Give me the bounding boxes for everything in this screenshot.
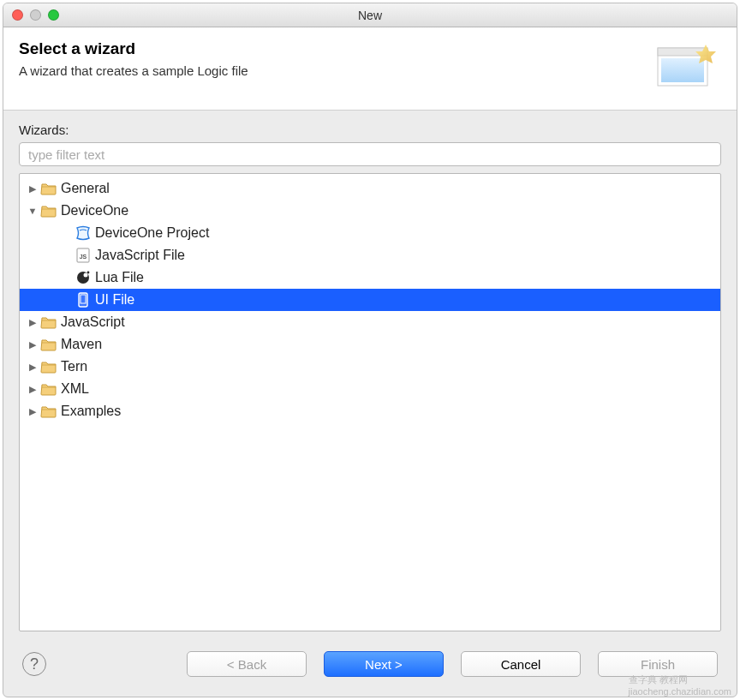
back-button[interactable]: < Back bbox=[187, 651, 307, 677]
folder-icon bbox=[40, 358, 57, 375]
wizard-body: Wizards: ▶General▼DeviceOneDeviceOne Pro… bbox=[3, 111, 737, 631]
tree-item[interactable]: JSJavaScript File bbox=[20, 244, 720, 266]
traffic-lights bbox=[12, 9, 59, 21]
svg-point-6 bbox=[77, 272, 89, 284]
disclosure-closed-icon[interactable]: ▶ bbox=[27, 339, 39, 350]
tree-folder[interactable]: ▶JavaScript bbox=[20, 311, 720, 333]
wizard-description: A wizard that creates a sample Logic fil… bbox=[19, 63, 248, 78]
next-button[interactable]: Next > bbox=[324, 651, 444, 677]
folder-icon bbox=[40, 202, 57, 219]
lua-file-icon bbox=[75, 269, 92, 286]
folder-icon bbox=[40, 380, 57, 398]
js-file-icon: JS bbox=[75, 247, 92, 264]
tree-item[interactable]: Lua File bbox=[20, 266, 720, 289]
tree-folder[interactable]: ▼DeviceOne bbox=[20, 200, 720, 222]
tree-item-label: DeviceOne Project bbox=[95, 225, 209, 241]
tree-item-label: DeviceOne bbox=[61, 203, 128, 218]
close-window-button[interactable] bbox=[12, 9, 23, 21]
svg-rect-2 bbox=[661, 58, 704, 82]
wizard-banner-icon bbox=[653, 39, 721, 96]
svg-point-7 bbox=[84, 273, 88, 278]
tree-item-label: Maven bbox=[61, 337, 102, 352]
tree-item-label: XML bbox=[61, 381, 89, 397]
tree-item[interactable]: UI File bbox=[20, 289, 720, 311]
filter-input[interactable] bbox=[19, 142, 721, 166]
disclosure-closed-icon[interactable]: ▶ bbox=[27, 384, 39, 395]
tree-folder[interactable]: ▶Maven bbox=[20, 333, 720, 356]
wizard-title: Select a wizard bbox=[19, 39, 248, 58]
cancel-button[interactable]: Cancel bbox=[461, 651, 581, 677]
tree-folder[interactable]: ▶XML bbox=[20, 378, 720, 400]
disclosure-closed-icon[interactable]: ▶ bbox=[27, 183, 39, 194]
svg-text:JS: JS bbox=[80, 254, 87, 260]
deviceone-icon bbox=[75, 224, 92, 242]
finish-button[interactable]: Finish bbox=[598, 651, 718, 677]
disclosure-closed-icon[interactable]: ▶ bbox=[27, 406, 39, 417]
tree-item-label: Tern bbox=[61, 359, 87, 374]
svg-point-8 bbox=[87, 272, 90, 274]
tree-item-label: General bbox=[61, 181, 110, 196]
folder-icon bbox=[40, 336, 57, 353]
tree-item-label: Lua File bbox=[95, 270, 144, 285]
folder-icon bbox=[40, 180, 57, 197]
wizards-label: Wizards: bbox=[19, 123, 721, 137]
disclosure-closed-icon[interactable]: ▶ bbox=[27, 362, 39, 373]
wizard-header: Select a wizard A wizard that creates a … bbox=[3, 27, 737, 111]
new-wizard-window: New Select a wizard A wizard that create… bbox=[3, 3, 737, 697]
tree-item-label: JavaScript File bbox=[95, 248, 185, 263]
folder-icon bbox=[40, 314, 57, 331]
tree-folder[interactable]: ▶General bbox=[20, 177, 720, 200]
wizard-footer: ? < Back Next > Cancel Finish bbox=[3, 631, 737, 697]
tree-item[interactable]: DeviceOne Project bbox=[20, 222, 720, 244]
tree-item-label: JavaScript bbox=[61, 314, 125, 330]
wizard-header-text: Select a wizard A wizard that creates a … bbox=[19, 39, 248, 78]
ui-file-icon bbox=[75, 291, 92, 308]
window-title: New bbox=[12, 9, 728, 22]
tree-folder[interactable]: ▶Tern bbox=[20, 356, 720, 378]
help-button[interactable]: ? bbox=[22, 652, 46, 676]
zoom-window-button[interactable] bbox=[48, 9, 59, 21]
folder-icon bbox=[40, 403, 57, 420]
tree-folder[interactable]: ▶Examples bbox=[20, 400, 720, 422]
minimize-window-button[interactable] bbox=[30, 9, 41, 21]
tree-item-label: UI File bbox=[95, 292, 134, 308]
tree-item-label: Examples bbox=[61, 404, 121, 419]
disclosure-open-icon[interactable]: ▼ bbox=[27, 206, 39, 216]
wizards-tree[interactable]: ▶General▼DeviceOneDeviceOne ProjectJSJav… bbox=[19, 173, 721, 631]
disclosure-closed-icon[interactable]: ▶ bbox=[27, 317, 39, 328]
titlebar: New bbox=[3, 3, 737, 27]
